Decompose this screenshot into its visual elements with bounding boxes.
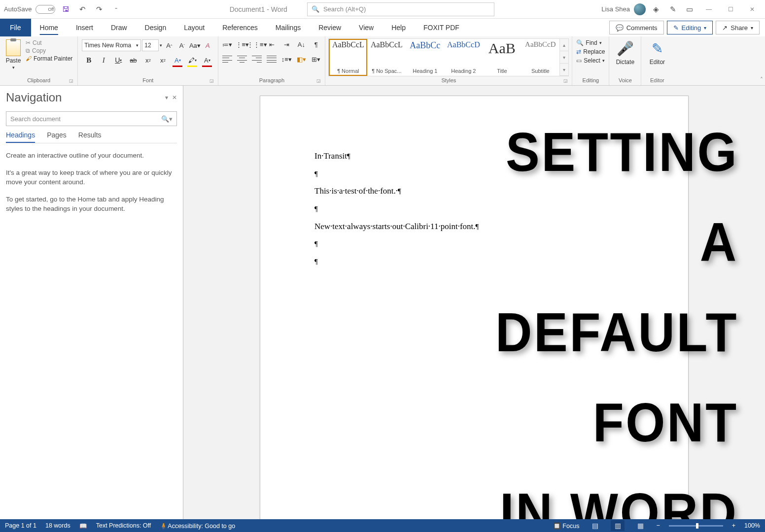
zoom-in-icon[interactable]: + bbox=[732, 522, 735, 529]
sort-button[interactable]: A↓ bbox=[295, 38, 307, 50]
page[interactable]: In·TransitThis·is·a·test·of·the·font.·Ne… bbox=[260, 96, 689, 519]
increase-indent-button[interactable]: ⇥ bbox=[280, 38, 292, 50]
borders-button[interactable]: ⊞▾ bbox=[310, 53, 322, 65]
styles-scroll[interactable]: ▴▾▾ bbox=[560, 38, 569, 76]
nav-search-input[interactable]: Search document 🔍▾ bbox=[6, 111, 177, 126]
style-subtitle[interactable]: AaBbCcDSubtitle bbox=[521, 39, 559, 76]
tab-design[interactable]: Design bbox=[136, 19, 175, 36]
scroll-down-icon[interactable]: ▾ bbox=[560, 51, 568, 64]
multilevel-button[interactable]: ⋮⋮≡▾ bbox=[251, 38, 263, 50]
style-heading-2[interactable]: AaBbCcDHeading 2 bbox=[444, 39, 483, 76]
dialog-launcher-icon[interactable]: ◲ bbox=[209, 78, 214, 83]
autosave-toggle[interactable]: Off bbox=[35, 5, 55, 14]
text-effects-button[interactable]: A▾ bbox=[172, 54, 183, 66]
shading-button[interactable]: ◧▾ bbox=[295, 53, 307, 65]
share-button[interactable]: ↗Share▾ bbox=[716, 21, 760, 34]
tab-draw[interactable]: Draw bbox=[102, 19, 136, 36]
collapse-ribbon-icon[interactable]: ˄ bbox=[760, 76, 763, 83]
cut-button[interactable]: ✂Cut bbox=[26, 39, 72, 46]
print-layout-icon[interactable]: ▥ bbox=[611, 520, 625, 531]
change-case-button[interactable]: Aa▾ bbox=[189, 39, 201, 51]
document-line[interactable] bbox=[314, 235, 634, 253]
tab-layout[interactable]: Layout bbox=[175, 19, 213, 36]
bullets-button[interactable]: ≔▾ bbox=[221, 38, 233, 50]
tab-references[interactable]: References bbox=[213, 19, 267, 36]
nav-tab-headings[interactable]: Headings bbox=[6, 131, 35, 143]
style-heading-1[interactable]: AaBbCcHeading 1 bbox=[406, 39, 444, 76]
font-color-button[interactable]: A▾ bbox=[201, 54, 213, 66]
document-line[interactable] bbox=[314, 200, 634, 218]
underline-button[interactable]: U▾ bbox=[112, 54, 124, 66]
highlight-button[interactable]: 🖍▾ bbox=[186, 54, 198, 66]
user-avatar-icon[interactable] bbox=[634, 3, 646, 15]
spellcheck-icon[interactable]: 📖 bbox=[79, 522, 87, 530]
nav-tab-results[interactable]: Results bbox=[78, 131, 102, 143]
dictate-button[interactable]: 🎤 Dictate bbox=[612, 38, 638, 76]
web-layout-icon[interactable]: ▦ bbox=[633, 520, 647, 531]
ribbon-display-icon[interactable]: ▭ bbox=[683, 3, 696, 16]
align-left-button[interactable] bbox=[221, 53, 233, 65]
redo-icon[interactable]: ↷ bbox=[93, 3, 105, 16]
find-button[interactable]: 🔍Find ▾ bbox=[576, 39, 605, 46]
expand-gallery-icon[interactable]: ▾ bbox=[560, 64, 568, 76]
clear-formatting-button[interactable]: A bbox=[202, 39, 213, 51]
show-marks-button[interactable]: ¶ bbox=[310, 38, 322, 50]
comments-button[interactable]: 💬Comments bbox=[609, 21, 664, 34]
save-icon[interactable]: 🖫 bbox=[59, 3, 72, 16]
nav-close-icon[interactable]: ✕ bbox=[172, 94, 177, 101]
minimize-icon[interactable]: — bbox=[700, 2, 718, 17]
read-mode-icon[interactable]: ▤ bbox=[588, 520, 602, 531]
tab-foxit-pdf[interactable]: FOXIT PDF bbox=[415, 19, 468, 36]
numbering-button[interactable]: ⋮≡▾ bbox=[236, 38, 248, 50]
nav-tab-pages[interactable]: Pages bbox=[47, 131, 67, 143]
document-area[interactable]: In·TransitThis·is·a·test·of·the·font.·Ne… bbox=[183, 86, 765, 519]
zoom-level[interactable]: 100% bbox=[744, 522, 760, 529]
line-spacing-button[interactable]: ↕≡▾ bbox=[280, 53, 292, 65]
document-line[interactable]: New·text·always·starts·out·Calibri·11·po… bbox=[314, 218, 634, 235]
tab-home[interactable]: Home bbox=[31, 19, 67, 36]
select-button[interactable]: ▭Select ▾ bbox=[576, 57, 605, 64]
zoom-slider[interactable] bbox=[669, 525, 723, 527]
shrink-font-button[interactable]: Aˇ bbox=[176, 39, 188, 51]
word-count[interactable]: 18 words bbox=[45, 522, 70, 529]
dialog-launcher-icon[interactable]: ◲ bbox=[316, 78, 321, 83]
bold-button[interactable]: B bbox=[83, 54, 95, 66]
italic-button[interactable]: I bbox=[98, 54, 109, 66]
format-painter-button[interactable]: 🖌Format Painter bbox=[26, 55, 72, 62]
font-size-select[interactable]: 12 bbox=[142, 39, 159, 51]
tab-view[interactable]: View bbox=[350, 19, 382, 36]
zoom-out-icon[interactable]: − bbox=[656, 522, 660, 529]
align-center-button[interactable] bbox=[236, 53, 248, 65]
diamond-icon[interactable]: ◈ bbox=[650, 3, 662, 16]
replace-button[interactable]: ⇄Replace bbox=[576, 48, 605, 55]
scroll-up-icon[interactable]: ▴ bbox=[560, 39, 568, 51]
dialog-launcher-icon[interactable]: ◲ bbox=[563, 78, 568, 83]
tab-help[interactable]: Help bbox=[382, 19, 415, 36]
maximize-icon[interactable]: ☐ bbox=[722, 2, 739, 17]
chevron-down-icon[interactable]: ▾ bbox=[160, 43, 162, 48]
editor-button[interactable]: ✎ Editor bbox=[644, 38, 670, 76]
tab-mailings[interactable]: Mailings bbox=[267, 19, 310, 36]
undo-icon[interactable]: ↶ bbox=[76, 3, 89, 16]
accessibility-status[interactable]: 🧍Accessibility: Good to go bbox=[160, 522, 235, 530]
dialog-launcher-icon[interactable]: ◲ bbox=[69, 78, 73, 83]
grow-font-button[interactable]: A^ bbox=[163, 39, 175, 51]
tab-insert[interactable]: Insert bbox=[67, 19, 102, 36]
justify-button[interactable] bbox=[266, 53, 278, 65]
style-title[interactable]: AaBTitle bbox=[483, 39, 521, 76]
font-name-select[interactable]: Times New Roma▾ bbox=[82, 39, 141, 51]
style--no-spac-[interactable]: AaBbCcL¶ No Spac... bbox=[367, 39, 406, 76]
style--normal[interactable]: AaBbCcL¶ Normal bbox=[329, 39, 367, 76]
qat-more-icon[interactable]: ⁼ bbox=[109, 3, 122, 16]
tab-review[interactable]: Review bbox=[310, 19, 350, 36]
strikethrough-button[interactable]: ab bbox=[127, 54, 139, 66]
document-line[interactable]: In·Transit bbox=[314, 147, 634, 165]
editing-mode-button[interactable]: ✎Editing▾ bbox=[667, 21, 713, 34]
styles-gallery[interactable]: AaBbCcL¶ NormalAaBbCcL¶ No Spac...AaBbCc… bbox=[328, 38, 560, 76]
text-predictions[interactable]: Text Predictions: Off bbox=[96, 522, 151, 529]
tab-file[interactable]: File bbox=[0, 19, 31, 36]
paste-button[interactable]: Paste ▾ bbox=[3, 38, 24, 76]
document-line[interactable] bbox=[314, 165, 634, 183]
search-box[interactable]: 🔍 Search (Alt+Q) bbox=[307, 2, 494, 16]
copy-button[interactable]: ⧉Copy bbox=[26, 47, 72, 54]
